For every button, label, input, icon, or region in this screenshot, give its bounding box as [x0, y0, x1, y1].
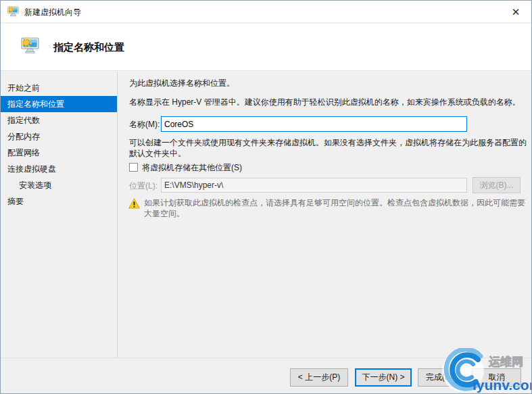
warning-icon: [128, 198, 140, 212]
wizard-steps-sidebar: 开始之前 指定名称和位置 指定代数 分配内存 配置网络 连接虚拟硬盘 安装选项 …: [1, 72, 118, 358]
store-other-location-checkbox[interactable]: [129, 163, 138, 172]
wizard-header: 指定名称和位置: [1, 24, 531, 71]
warning-text: 如果计划获取此虚拟机的检查点，请选择具有足够可用空间的位置。检查点包含虚拟机数据…: [144, 197, 531, 219]
wizard-footer: < 上一步(P) 下一步(N) > 完成(F) 取消: [1, 358, 531, 394]
previous-button[interactable]: < 上一步(P): [290, 368, 348, 387]
close-button[interactable]: ✕: [504, 3, 527, 21]
intro-text: 为此虚拟机选择名称和位置。: [129, 78, 531, 89]
sidebar-item-assign-memory[interactable]: 分配内存: [1, 128, 117, 145]
wizard-page-content: 为此虚拟机选择名称和位置。 名称显示在 Hyper-V 管理器中。建议你使用有助…: [118, 72, 532, 358]
sidebar-item-summary[interactable]: 摘要: [1, 193, 117, 210]
folder-hint-text: 可以创建一个文件夹或使用现有文件夹来存储虚拟机。如果没有选择文件夹，虚拟机将存储…: [129, 137, 532, 159]
next-button[interactable]: 下一步(N) >: [355, 368, 412, 387]
titlebar: 新建虚拟机向导 ✕: [1, 1, 531, 23]
name-hint-text: 名称显示在 Hyper-V 管理器中。建议你使用有助于轻松识别此虚拟机的名称，如…: [129, 97, 532, 107]
sidebar-item-connect-virtual-hard-disk[interactable]: 连接虚拟硬盘: [1, 161, 117, 177]
finish-button[interactable]: 完成(F): [418, 368, 460, 387]
window-title: 新建虚拟机向导: [24, 7, 81, 18]
cancel-button[interactable]: 取消: [472, 368, 521, 387]
wizard-monitor-icon: [7, 6, 19, 20]
wizard-page-icon: [21, 37, 39, 57]
name-label: 名称(M):: [129, 119, 160, 130]
sidebar-item-before-you-begin[interactable]: 开始之前: [1, 80, 117, 96]
store-other-location-label[interactable]: 将虚拟机存储在其他位置(S): [142, 162, 242, 173]
sidebar-item-configure-networking[interactable]: 配置网络: [1, 145, 117, 161]
new-vm-wizard-dialog: 新建虚拟机向导 ✕ 指定名称和位置 开始之前 指定名称和位置 指定代数 分配内存…: [0, 0, 532, 394]
vm-location-input: [161, 178, 467, 193]
browse-button: 浏览(B)...: [473, 177, 521, 193]
page-title: 指定名称和位置: [53, 41, 124, 54]
sidebar-item-installation-options[interactable]: 安装选项: [1, 177, 117, 193]
wizard-body: 开始之前 指定名称和位置 指定代数 分配内存 配置网络 连接虚拟硬盘 安装选项 …: [1, 72, 531, 358]
sidebar-item-specify-name-location[interactable]: 指定名称和位置: [1, 96, 117, 112]
sidebar-item-specify-generation[interactable]: 指定代数: [1, 112, 117, 128]
location-label: 位置(L):: [129, 180, 158, 191]
vm-name-input[interactable]: [161, 116, 467, 132]
